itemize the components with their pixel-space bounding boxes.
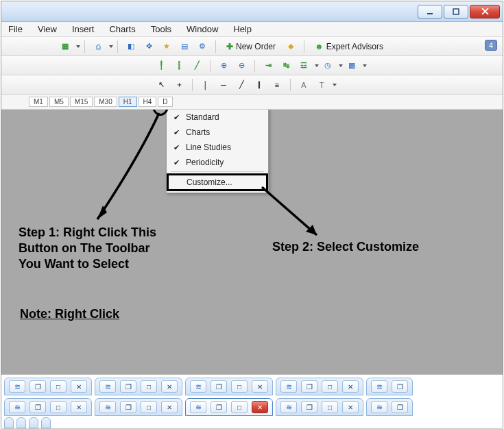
maximize-icon[interactable]: □ [231,380,248,393]
maximize-icon[interactable]: □ [322,380,338,393]
channel-icon[interactable]: ∥ [252,78,266,92]
periods-icon[interactable]: ◷ [321,59,335,73]
maximize-icon[interactable]: □ [141,401,157,413]
data-window-icon[interactable]: ★ [160,40,173,53]
close-icon[interactable]: ✕ [342,401,359,413]
fibonacci-icon[interactable]: ≡ [270,78,284,92]
close-icon[interactable]: ✕ [71,380,87,393]
maximize-button[interactable] [444,5,468,19]
menu-insert[interactable]: Insert [72,24,95,34]
chart-shift-icon[interactable]: ↹ [279,59,293,73]
chart-tab[interactable]: ≋ ❐ □ ✕ [4,398,92,416]
cursor-icon[interactable]: ↖ [154,78,168,92]
close-icon[interactable]: ✕ [342,380,359,393]
period-m5[interactable]: M5 [49,97,69,107]
maximize-icon[interactable]: □ [322,401,338,413]
ctx-item-charts[interactable]: ✔ Charts [168,125,267,140]
crosshair-icon[interactable]: ＋ [172,78,186,92]
close-icon[interactable]: ✕ [252,380,268,393]
chart-tab-active[interactable]: ≋ ❐ □ ✕ [185,398,273,416]
chart-icon: ≋ [371,380,387,393]
strategy-tester-icon[interactable]: ⚙ [195,40,209,53]
close-icon[interactable]: ✕ [161,401,178,413]
chart-tab[interactable] [16,417,26,428]
text-label-icon[interactable]: T [315,78,328,92]
chart-tab[interactable]: ≋ ❐ □ ✕ [276,398,363,416]
market-watch-icon[interactable]: ◧ [124,40,138,53]
auto-scroll-icon[interactable]: ⇥ [261,59,275,73]
candlestick-icon[interactable]: ┇ [172,59,186,73]
indicators-icon[interactable]: ☲ [297,59,311,73]
zoom-in-icon[interactable]: ⊕ [217,59,230,73]
restore-icon[interactable]: ❐ [120,380,136,393]
restore-icon[interactable]: ❐ [301,380,317,393]
chart-tab[interactable]: ≋ ❐ □ ✕ [185,378,273,395]
period-m15[interactable]: M15 [70,97,93,107]
period-h4[interactable]: H4 [139,97,157,107]
period-d1[interactable]: D [158,97,172,107]
restore-icon[interactable]: ❐ [29,380,46,393]
chart-icon: ≋ [190,380,206,393]
metaquotes-icon[interactable]: ◆ [284,40,298,53]
chart-tab[interactable]: ≋ ❐ □ ✕ [276,378,363,395]
menu-charts[interactable]: Charts [109,24,135,34]
line-chart-icon[interactable]: ╱ [190,59,204,73]
menu-view[interactable]: View [38,24,57,34]
restore-icon[interactable]: ❐ [301,401,317,413]
terminal-icon[interactable]: ▤ [178,40,191,53]
ctx-item-standard[interactable]: ✔ Standard [168,110,267,125]
profiles-icon[interactable]: ⎙ [91,40,105,53]
chart-icon: ≋ [9,401,25,413]
menu-tools[interactable]: Tools [151,24,171,34]
chart-tab[interactable]: ≋ ❐ □ ✕ [4,378,92,395]
menu-file[interactable]: File [8,24,23,34]
expert-advisors-button[interactable]: ☻ Expert Advisors [311,40,387,53]
period-h1[interactable]: H1 [119,97,137,107]
period-m30[interactable]: M30 [94,97,117,107]
expert-icon: ☻ [315,42,324,51]
menu-help[interactable]: Help [233,24,252,34]
close-button[interactable] [470,5,500,19]
notification-badge[interactable]: 4 [485,40,497,51]
restore-icon[interactable]: ❐ [120,401,136,413]
chart-tab[interactable] [4,417,14,428]
minimize-button[interactable] [418,5,442,19]
maximize-icon[interactable]: □ [231,401,248,413]
restore-icon[interactable]: ❐ [392,380,408,393]
svg-rect-0 [427,13,433,14]
ctx-item-line-studies[interactable]: ✔ Line Studies [168,140,267,155]
close-icon[interactable]: ✕ [71,401,87,413]
bar-chart-icon[interactable]: ╿ [154,59,168,73]
chart-tab[interactable]: ≋ ❐ □ ✕ [95,398,182,416]
restore-icon[interactable]: ❐ [392,401,408,413]
chart-icon: ≋ [99,401,116,413]
period-m1[interactable]: M1 [29,97,48,107]
restore-icon[interactable]: ❐ [211,401,227,413]
new-chart-icon[interactable]: ▦ [58,40,72,53]
horizontal-line-icon[interactable]: ─ [217,78,230,92]
ctx-item-customize[interactable]: Customize... [167,173,268,191]
workspace: ✔ Standard ✔ Charts ✔ Line Studies ✔ Per… [1,110,503,374]
annotation-step2: Step 2: Select Customize [272,240,419,254]
restore-icon[interactable]: ❐ [211,380,227,393]
zoom-out-icon[interactable]: ⊖ [235,59,248,73]
chart-tab[interactable]: ≋ ❐ □ ✕ [95,378,182,395]
text-icon[interactable]: A [297,78,311,92]
navigator-icon[interactable]: ✥ [142,40,156,53]
chart-tab[interactable] [29,417,38,428]
maximize-icon[interactable]: □ [141,380,157,393]
templates-icon[interactable]: ▩ [345,59,359,73]
chart-tab[interactable] [41,417,51,428]
maximize-icon[interactable]: □ [50,380,67,393]
ctx-item-periodicity[interactable]: ✔ Periodicity [168,155,267,170]
chart-tab[interactable]: ≋ ❐ [366,398,413,416]
close-icon[interactable]: ✕ [252,401,268,413]
restore-icon[interactable]: ❐ [29,401,46,413]
new-order-button[interactable]: ✚ New Order [222,40,280,53]
vertical-line-icon[interactable]: │ [199,78,213,92]
close-icon[interactable]: ✕ [161,380,178,393]
chart-tab[interactable]: ≋ ❐ [366,378,413,395]
menu-window[interactable]: Window [187,24,218,34]
maximize-icon[interactable]: □ [50,401,67,413]
trendline-icon[interactable]: ╱ [235,78,248,92]
